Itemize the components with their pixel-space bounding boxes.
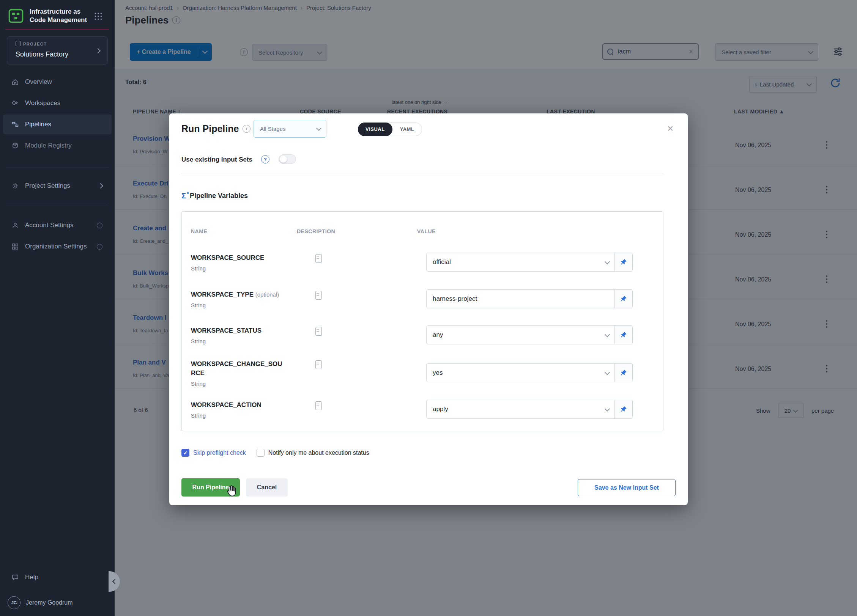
description-doc-icon[interactable] — [315, 254, 322, 263]
value-text: apply — [427, 405, 448, 413]
notify-option[interactable]: Notify only me about execution status — [257, 449, 369, 457]
user-menu[interactable]: JG Jeremy Goodrum — [8, 596, 73, 609]
pin-icon — [620, 369, 627, 376]
value-select[interactable]: yes — [426, 363, 633, 382]
pin-button[interactable] — [614, 326, 632, 344]
cancel-button[interactable]: Cancel — [246, 478, 288, 497]
variable-name: WORKSPACE_TYPE (optional) String — [191, 290, 286, 310]
pin-button[interactable] — [614, 364, 632, 382]
description-doc-icon[interactable] — [315, 327, 322, 336]
sidebar: Infrastructure as Code Management PROJEC… — [0, 0, 115, 616]
sidebar-item-help[interactable]: Help — [3, 568, 112, 586]
section-divider — [181, 173, 663, 173]
brand: Infrastructure as Code Management — [8, 8, 94, 24]
iacm-logo-icon — [8, 8, 24, 24]
sidebar-item-label: Project Settings — [25, 182, 70, 190]
sidebar-item-label: Workspaces — [25, 99, 60, 107]
value-text: any — [427, 331, 443, 339]
checkbox-checked-icon[interactable]: ✓ — [181, 449, 189, 457]
value-select[interactable]: apply — [426, 400, 633, 419]
collapse-arrow-icon — [112, 579, 118, 584]
input-sets-toggle[interactable] — [279, 154, 296, 164]
sidebar-item-workspaces[interactable]: Workspaces — [3, 93, 112, 113]
sidebar-item-label: Account Settings — [25, 222, 74, 229]
input-sets-label: Use existing Input Sets — [181, 156, 252, 163]
column-header-description: DESCRIPTION — [297, 228, 335, 234]
pin-icon — [620, 406, 627, 413]
description-doc-icon[interactable] — [315, 291, 322, 300]
scope-ring-icon — [97, 223, 102, 228]
tab-yaml[interactable]: YAML — [392, 123, 422, 136]
close-icon[interactable]: × — [667, 123, 673, 134]
sidebar-divider — [6, 205, 109, 205]
value-input[interactable]: harness-project — [426, 289, 633, 308]
module-registry-icon — [11, 142, 19, 149]
variable-name: WORKSPACE_SOURCE String — [191, 253, 286, 273]
pin-button[interactable] — [614, 400, 632, 418]
description-doc-icon[interactable] — [315, 401, 322, 410]
pin-icon — [620, 259, 627, 266]
project-name: Solutions Factory — [16, 50, 68, 58]
product-name: Infrastructure as Code Management — [30, 8, 94, 24]
pipeline-variables-heading: Σ Pipeline Variables — [181, 192, 248, 200]
value-text: yes — [427, 369, 443, 377]
variable-row: WORKSPACE_ACTION String apply — [191, 399, 654, 423]
workspaces-icon — [11, 99, 19, 107]
tab-visual[interactable]: VISUAL — [358, 123, 392, 136]
account-settings-icon — [11, 222, 19, 229]
app-window: Infrastructure as Code Management PROJEC… — [0, 0, 857, 616]
chevron-right-icon — [98, 183, 103, 189]
sidebar-item-label: Module Registry — [25, 142, 72, 149]
project-icon — [16, 41, 21, 46]
skip-preflight-label: Skip preflight check — [193, 449, 246, 456]
sidebar-divider — [6, 168, 109, 168]
value-select[interactable]: any — [426, 325, 633, 344]
description-doc-icon[interactable] — [315, 360, 322, 369]
project-selector[interactable]: PROJECT Solutions Factory — [7, 36, 108, 64]
skip-preflight-option[interactable]: ✓ Skip preflight check — [181, 449, 246, 457]
sidebar-item-overview[interactable]: Overview — [3, 72, 112, 92]
variable-type: String — [191, 301, 286, 310]
apps-grid-icon[interactable] — [93, 11, 103, 21]
pin-icon — [620, 332, 627, 338]
value-text: harness-project — [427, 295, 477, 303]
sigma-icon: Σ — [181, 192, 186, 200]
pipelines-icon — [11, 121, 19, 128]
modal-title: Run Pipeline i — [181, 123, 250, 134]
variable-name: WORKSPACE_STATUS String — [191, 326, 286, 346]
variable-name: WORKSPACE_CHANGE_SOURCE String — [191, 360, 286, 388]
pin-button[interactable] — [614, 253, 632, 271]
chevron-right-icon — [95, 48, 101, 53]
help-circle-icon[interactable]: ? — [261, 155, 269, 163]
variable-type: String — [191, 411, 286, 420]
sidebar-item-label: Help — [25, 574, 38, 581]
sidebar-item-project-settings[interactable]: Project Settings — [3, 176, 112, 196]
chevron-down-icon — [605, 369, 610, 375]
save-as-new-input-set-button[interactable]: Save as New Input Set — [578, 479, 676, 496]
notify-label: Notify only me about execution status — [268, 449, 369, 456]
variable-row: WORKSPACE_CHANGE_SOURCE String yes — [191, 358, 654, 382]
chevron-down-icon — [605, 259, 610, 264]
sidebar-item-organization-settings[interactable]: Organization Settings — [3, 237, 112, 256]
stages-dropdown[interactable]: All Stages — [254, 120, 326, 138]
sidebar-item-account-settings[interactable]: Account Settings — [3, 215, 112, 235]
checkbox-unchecked-icon[interactable] — [257, 449, 265, 457]
variable-type: String — [191, 264, 286, 273]
sidebar-item-pipelines[interactable]: Pipelines — [3, 115, 112, 134]
column-header-name: NAME — [191, 228, 207, 234]
avatar: JG — [8, 596, 20, 609]
run-pipeline-modal: Run Pipeline i All Stages VISUAL YAML × … — [169, 113, 688, 505]
chevron-down-icon — [605, 332, 610, 337]
sidebar-item-module-registry[interactable]: Module Registry — [3, 136, 112, 156]
variables-card: NAME DESCRIPTION VALUE WORKSPACE_SOURCE … — [181, 211, 663, 431]
org-settings-icon — [11, 243, 19, 250]
variable-type: String — [191, 337, 286, 346]
value-select[interactable]: official — [426, 253, 633, 272]
user-name: Jeremy Goodrum — [26, 599, 73, 606]
scope-ring-icon — [97, 244, 102, 250]
value-text: official — [427, 258, 451, 266]
pin-button[interactable] — [614, 290, 632, 308]
info-icon[interactable]: i — [243, 125, 250, 133]
variable-row: WORKSPACE_STATUS String any — [191, 325, 654, 348]
pin-icon — [620, 295, 627, 302]
